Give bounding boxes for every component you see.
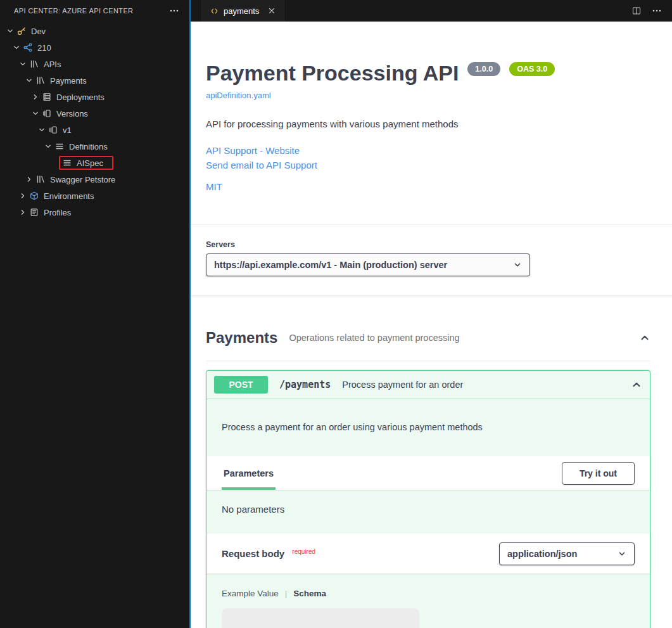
chevron-down-icon[interactable]: [16, 59, 29, 69]
operation-summary: Process payment for an order: [342, 380, 619, 390]
list-icon: [61, 158, 73, 168]
api-support-website-link[interactable]: API Support - Website: [206, 143, 657, 158]
operation-summary-row[interactable]: POST /payments Process payment for an or…: [206, 371, 650, 399]
license-link[interactable]: MIT: [206, 179, 657, 194]
chevron-right-icon[interactable]: [29, 92, 41, 102]
red-highlight-annotation: AISpec: [59, 156, 113, 170]
tab-divider: |: [285, 589, 288, 598]
parameters-tab[interactable]: Parameters: [222, 456, 276, 490]
tab-payments[interactable]: payments: [201, 0, 284, 22]
chevron-down-icon[interactable]: [35, 125, 48, 135]
chevron-right-icon[interactable]: [16, 191, 29, 201]
required-label: required: [292, 548, 315, 555]
tree-item-label: Environments: [44, 191, 94, 201]
collapse-operation-icon[interactable]: [631, 379, 642, 390]
definition-file-link[interactable]: apiDefinition.yaml: [206, 91, 271, 100]
editor-actions: [631, 0, 672, 22]
api-title: Payment Processing API: [206, 61, 459, 86]
opblock-post-payments: POST /payments Process payment for an or…: [206, 370, 650, 628]
tree-item-v1[interactable]: v1: [0, 122, 189, 138]
tree-item-label: Payments: [50, 76, 87, 86]
api-center-sidebar: API CENTER: AZURE API CENTER Dev210APIsP…: [0, 0, 191, 628]
tree-item-label: 210: [37, 43, 51, 53]
tree-item-versions[interactable]: Versions: [0, 105, 189, 122]
tree-item-label: AISpec: [77, 158, 103, 168]
close-tab-icon[interactable]: [267, 6, 276, 15]
tag-title: Payments: [206, 329, 277, 347]
environment-icon: [29, 191, 40, 201]
vscode-window: API CENTER: AZURE API CENTER Dev210APIsP…: [0, 0, 672, 628]
try-it-out-button[interactable]: Try it out: [562, 462, 635, 485]
tree-item-profiles[interactable]: Profiles: [0, 204, 189, 221]
server-select-value: https://api.example.com/v1 - Main (produ…: [214, 260, 447, 270]
content-type-value: application/json: [507, 549, 577, 559]
api-center-tree: Dev210APIsPaymentsDeploymentsVersionsv1D…: [0, 22, 189, 628]
tree-item-environments[interactable]: Environments: [0, 188, 189, 204]
tree-item-label: APIs: [44, 60, 61, 69]
chevron-down-icon[interactable]: [4, 26, 16, 36]
chevron-right-icon[interactable]: [16, 207, 29, 217]
request-body-label: Request body: [222, 548, 284, 559]
tree-item-label: Definitions: [69, 142, 108, 151]
versions-icon: [41, 108, 53, 119]
servers-label: Servers: [206, 240, 657, 249]
schema-tab[interactable]: Schema: [293, 589, 326, 598]
api-description: API for processing payments with various…: [206, 119, 657, 129]
oas-version-badge: OAS 3.0: [509, 62, 555, 76]
tree-item-aispec[interactable]: AISpec: [0, 155, 189, 171]
sidebar-header: API CENTER: AZURE API CENTER: [0, 0, 189, 22]
servers-section: Servers https://api.example.com/v1 - Mai…: [191, 224, 672, 296]
chevron-down-icon[interactable]: [29, 108, 41, 119]
tree-item-210[interactable]: 210: [0, 39, 189, 56]
operation-path: /payments: [279, 379, 331, 390]
request-body-title: Request body required: [222, 548, 315, 559]
method-badge: POST: [214, 376, 268, 394]
chevron-down-icon: [618, 549, 626, 558]
split-editor-icon[interactable]: [631, 6, 642, 16]
tree-item-deployments[interactable]: Deployments: [0, 89, 189, 105]
chevron-right-icon[interactable]: [23, 174, 35, 184]
sidebar-more-actions-icon[interactable]: [169, 6, 179, 16]
model-example-section: Example Value | Schema: [206, 574, 650, 628]
example-code-block[interactable]: [222, 608, 419, 628]
key-icon: [16, 26, 27, 36]
tree-item-payments[interactable]: Payments: [0, 72, 189, 89]
chevron-down-icon[interactable]: [23, 75, 35, 86]
tree-item-label: Versions: [56, 109, 88, 119]
list-icon: [54, 141, 65, 151]
api-info-section: Payment Processing API 1.0.0 OAS 3.0 api…: [191, 22, 672, 224]
library-icon: [35, 174, 46, 184]
api-document-icon: [210, 6, 219, 16]
tree-item-dev[interactable]: Dev: [0, 23, 189, 39]
request-body-header: Request body required application/json: [206, 534, 650, 574]
server-select[interactable]: https://api.example.com/v1 - Main (produ…: [206, 253, 530, 276]
operation-description: Process a payment for an order using var…: [206, 399, 650, 456]
resource-icon: [22, 42, 34, 53]
tree-item-label: v1: [63, 125, 72, 135]
chevron-down-icon: [513, 260, 522, 269]
no-parameters-text: No parameters: [206, 490, 650, 534]
tree-item-swagger-petstore[interactable]: Swagger Petstore: [0, 171, 189, 188]
tree-item-label: Profiles: [44, 208, 71, 217]
tree-item-apis[interactable]: APIs: [0, 56, 189, 72]
chevron-down-icon[interactable]: [42, 141, 54, 151]
tree-item-label: Deployments: [56, 93, 105, 102]
tree-item-label: Swagger Petstore: [50, 175, 115, 184]
library-icon: [35, 75, 46, 86]
profile-icon: [29, 207, 40, 217]
version-badge: 1.0.0: [467, 62, 500, 76]
server-icon: [41, 92, 53, 102]
tree-item-definitions[interactable]: Definitions: [0, 138, 189, 155]
library-icon: [29, 59, 40, 69]
editor-area: payments Payment Processing API 1.0.0 OA…: [191, 0, 672, 628]
api-support-email-link[interactable]: Send email to API Support: [206, 158, 657, 172]
example-value-tab[interactable]: Example Value: [222, 589, 279, 598]
tab-label: payments: [224, 6, 259, 16]
chevron-down-icon[interactable]: [10, 42, 22, 53]
swagger-ui-preview: Payment Processing API 1.0.0 OAS 3.0 api…: [191, 22, 672, 628]
content-type-select[interactable]: application/json: [499, 542, 635, 565]
payments-tag-header[interactable]: Payments Operations related to payment p…: [206, 329, 650, 361]
parameters-header: Parameters Try it out: [206, 456, 650, 490]
collapse-section-icon[interactable]: [639, 332, 650, 343]
editor-more-actions-icon[interactable]: [652, 6, 662, 16]
